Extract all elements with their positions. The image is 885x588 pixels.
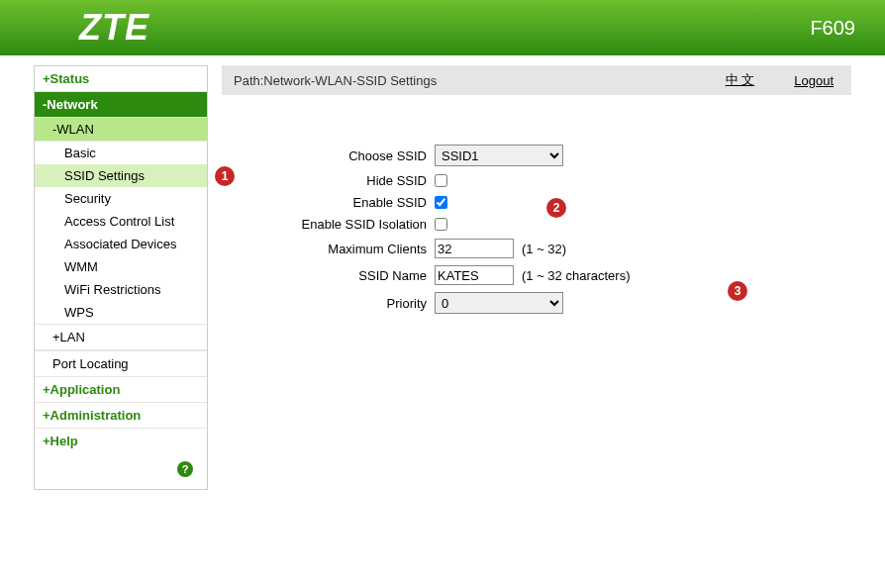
nav-basic[interactable]: Basic [35, 142, 207, 164]
nav-administration[interactable]: +Administration [35, 403, 207, 429]
ssid-name-input[interactable] [435, 265, 514, 285]
nav-wps[interactable]: WPS [35, 301, 207, 324]
hide-ssid-checkbox[interactable] [435, 174, 447, 187]
callout-2: 2 [546, 198, 566, 218]
nav-wmm[interactable]: WMM [35, 255, 207, 278]
label-isolation: Enable SSID Isolation [281, 217, 435, 232]
label-hide-ssid: Hide SSID [281, 173, 435, 188]
label-priority: Priority [281, 296, 435, 311]
pathbar: Path:Network-WLAN-SSID Settings 中 文 Logo… [222, 65, 851, 95]
enable-ssid-checkbox[interactable] [435, 196, 447, 209]
model-label: F609 [810, 17, 855, 40]
nav-network[interactable]: -Network [35, 92, 207, 118]
callout-1: 1 [215, 166, 235, 186]
nav-status[interactable]: +Status [35, 66, 207, 92]
breadcrumb: Path:Network-WLAN-SSID Settings [234, 73, 726, 88]
label-max-clients: Maximum Clients [281, 242, 435, 256]
label-choose-ssid: Choose SSID [281, 148, 435, 163]
content: Path:Network-WLAN-SSID Settings 中 文 Logo… [222, 65, 851, 490]
help-icon-wrap: ? [35, 453, 207, 489]
logo: ZTE [79, 7, 149, 49]
choose-ssid-select[interactable]: SSID1 [435, 145, 563, 166]
nav-ssid-settings[interactable]: SSID Settings [35, 164, 207, 187]
logout-link[interactable]: Logout [794, 73, 834, 88]
nav-lan[interactable]: +LAN [35, 324, 207, 350]
sidebar: +Status -Network -WLAN Basic SSID Settin… [34, 65, 208, 490]
nav-security[interactable]: Security [35, 187, 207, 210]
max-clients-hint: (1 ~ 32) [522, 242, 566, 256]
max-clients-input[interactable] [435, 239, 514, 258]
help-icon[interactable]: ? [177, 461, 193, 477]
nav-acl[interactable]: Access Control List [35, 210, 207, 233]
language-link[interactable]: 中 文 [726, 71, 755, 89]
nav-application[interactable]: +Application [35, 377, 207, 403]
nav-associated[interactable]: Associated Devices [35, 233, 207, 255]
label-enable-ssid: Enable SSID [281, 195, 435, 210]
nav-wifi-restrictions[interactable]: WiFi Restrictions [35, 278, 207, 301]
callout-3: 3 [728, 281, 747, 301]
priority-select[interactable]: 0 [435, 292, 563, 314]
ssid-name-hint: (1 ~ 32 characters) [522, 268, 630, 283]
form-area: Choose SSID SSID1 Hide SSID Enable SSID … [222, 95, 851, 341]
nav-help[interactable]: +Help [35, 429, 207, 453]
nav-port-locating[interactable]: Port Locating [35, 350, 207, 377]
header: ZTE F609 [0, 0, 885, 55]
isolation-checkbox[interactable] [435, 218, 447, 231]
nav-wlan[interactable]: -WLAN [35, 118, 207, 142]
label-ssid-name: SSID Name [281, 268, 435, 283]
